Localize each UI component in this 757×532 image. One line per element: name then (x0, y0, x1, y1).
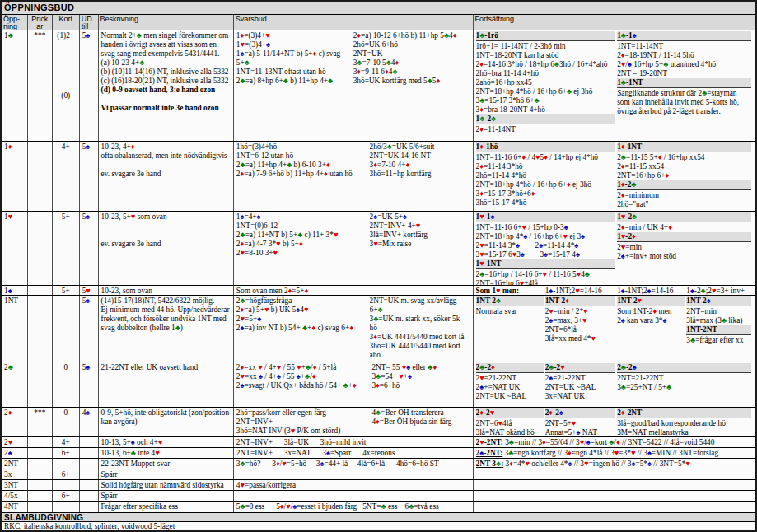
suit-symbol: ♥ (621, 232, 626, 240)
suit-symbol: ♦ (621, 162, 625, 170)
opening-cell: 2NT (2, 459, 28, 469)
text-line: 1NT=6-12 utan hö (236, 152, 367, 161)
text-line: 3lå=NAT okänd hö (476, 428, 543, 436)
sequence-header: 1NT-2♠ (686, 296, 751, 306)
prickar-cell (28, 491, 53, 501)
suit-symbol: ♠ (241, 49, 245, 58)
suit-symbol: ♣ (297, 231, 302, 239)
slam-description: RKC, italienska kontrollbud, splinter, v… (2, 522, 755, 532)
suit-symbol: ♣ (428, 77, 432, 85)
suit-symbol: ♥ (621, 212, 626, 221)
text-line: 1NT=18-20NT kan ha stöd (476, 51, 615, 60)
suit-symbol: ♣ (621, 363, 626, 371)
text-line: 2♣=högfärgsfråga (236, 296, 367, 306)
text-line: 1♥=(3)4+♠ (236, 40, 351, 49)
text-line: 2NT=UK (353, 49, 468, 58)
suit-symbol: ♥ (526, 460, 530, 468)
text-line: 1hö=(3)4+hö (236, 142, 367, 152)
text-line: 1♠=4+♠ (236, 212, 367, 222)
prickar-cell (28, 212, 53, 285)
suit-symbol: ♠ (568, 460, 572, 468)
suit-symbol: ♦ (509, 460, 513, 468)
fortsattning-subcolumns: Som 1♥ men:1♠-1NT;2♥=14-161♠-1NT;2♠=14-1… (476, 287, 753, 295)
text-line: 2♥=min (617, 243, 750, 252)
suit-symbol: ♥ (131, 212, 136, 221)
suit-symbol: ♠ (577, 428, 581, 436)
suit-symbol: ♠ (628, 60, 632, 68)
suit-symbol: ♥ (297, 363, 301, 371)
suit-symbol: ♣ (567, 87, 572, 96)
table-row-1: 1♦4+5♠10-23, 4+♦ofta obalanserad, men in… (2, 142, 755, 212)
suit-symbol: ♥ (86, 287, 91, 295)
ud-cell: 4♠ (80, 408, 99, 436)
text-line: 1NT=11-14NT (617, 42, 750, 51)
suit-symbol: ♠ (707, 296, 711, 305)
fortsattning-subcolumns: 1NT-2♣Normala svar1NT-2♦2♥=min / 2*♥2♠=m… (476, 296, 753, 345)
svarsbud-subcolumns: 2♣=högfärgsfråga2♦=a) 5+♥ b) UK 5♠4♥2♥=5… (236, 296, 470, 360)
sequence-header: 2♠-2NT: (476, 449, 503, 457)
suit-symbol: ♣ (508, 449, 513, 457)
fortsattning-cell (474, 480, 755, 490)
svarsbud-subcolumn: 2NT=INV+ 3lå=UK 3hö=mild invit (236, 438, 470, 447)
text-line: ofta obalanserad, men inte nödvändigtvis (101, 152, 231, 161)
text-line: 2NT=6♥4lå (476, 419, 543, 428)
svarsbud-cell: Som ovan men 2♦=5+♦ (234, 286, 474, 295)
text-line: Som 1♥ men: (476, 287, 543, 295)
suit-symbol: ♣ (609, 438, 614, 446)
text-line: 2♦=a) 7-9 6+hö b) 11+hp 4+♦ utan hö (236, 170, 367, 179)
prickar-cell (28, 448, 53, 458)
suit-symbol: ♠ (86, 363, 90, 371)
svarsbud-subcolumns: 2NT=INV+ 3x=NAT 3♠=Spärr 4x=renons (236, 449, 470, 458)
sequence-header: 2♣-2♦ (476, 363, 544, 373)
text-line: Normala svar (476, 307, 543, 316)
prickar-cell (28, 142, 53, 211)
suit-symbol: ♣ (701, 287, 706, 295)
suit-symbol: ♦ (241, 363, 245, 371)
suit-symbol: ♣ (479, 270, 484, 278)
suit-symbol: ♣ (373, 315, 378, 323)
suit-symbol: ♥ (638, 296, 643, 305)
section-title-slam: SLAMBUDGIVNING (2, 512, 755, 522)
text-line: 3lå=max (3♣ lika) (686, 316, 750, 325)
suit-symbol: ♣ (241, 460, 245, 468)
opening-cell: 2♥ (2, 437, 28, 447)
opening-cell: 2♣ (2, 362, 28, 407)
suit-symbol: ♠ (131, 438, 135, 446)
suit-symbol: ♣ (287, 161, 292, 169)
suit-symbol: ♦ (305, 287, 309, 295)
ud-cell: 5♠ (80, 212, 99, 285)
suit-symbol: ♣ (479, 114, 484, 123)
suit-symbol: ♥ (282, 460, 287, 468)
suit-symbol: ♣ (131, 449, 136, 457)
text-line: 2♦=a) 5+♥ b) UK 5♠4♥ (236, 306, 367, 315)
suit-symbol: ♦ (479, 105, 484, 114)
suit-symbol: ♥ (416, 222, 421, 230)
suit-symbol: ♦ (373, 161, 377, 169)
sequence-header: 1♣-1♠ (617, 31, 751, 41)
suit-symbol: ♣ (479, 96, 484, 105)
suit-symbol: ♦ (376, 381, 380, 390)
fortsattning-cell: 2♣-2♦2♥=21-22NT2♠+=NAT UK2NT=UK ~BAL2♣-2… (474, 362, 755, 407)
fortsattning-cell: 2♥-2NT: 3♣=min // 3♦=55/64 // 3♥/♠=kort … (474, 437, 755, 447)
fortsattning-subcolumn: 2♦-2NT3lå=good/bad korresponderande hö3M… (617, 408, 753, 436)
svarsbud-subcolumns: 3♣=hö? 3♦/♥=5+hö 3♠=44+ lå 4lå=6+lå 4hö=… (236, 460, 470, 469)
suit-symbol: ♠ (408, 372, 412, 380)
svarsbud-cell: 2NT=INV+ 3lå=UK 3hö=mild invit (234, 437, 474, 447)
suit-symbol: ♥ (334, 231, 339, 239)
text-line: 2♣=a) 11+NT b) 5+♣ c) 11+ 3*♥ (236, 231, 367, 240)
suit-symbol: ♠ (257, 315, 261, 323)
fortsattning-subcolumns: 2♦-2♥2NT=6♥4lå3lå=NAT okänd hö2♦-2♠2NT=5… (476, 408, 753, 436)
text-line: 2NT=5+♥ (545, 419, 614, 428)
suit-symbol: ♣ (444, 31, 449, 40)
svarsbud-subcolumn: 1hö=(3)4+hö1NT=6-12 utan hö2♣=a) 11+hp 4… (236, 142, 370, 179)
sequence-header: 1NT-2♣ (476, 296, 544, 306)
suit-symbol: ♠ (241, 324, 245, 332)
column-header-svarsbud: Svarsbud (234, 15, 474, 30)
svarsbud-subcolumns: 1♦=(3)4+♥1♥=(3)4+♠1♠=a) 5-11/14+NT b) 5+… (236, 31, 470, 86)
text-line: 2♦=11-14NT (476, 125, 615, 134)
suit-symbol: ♥ (498, 419, 502, 427)
text-line: 2NT=16+hp 6+♦ (617, 171, 750, 180)
prickar-cell (28, 437, 53, 447)
suit-symbol: ♠ (633, 31, 637, 40)
sequence-header: 1♣-1rö (476, 31, 616, 41)
